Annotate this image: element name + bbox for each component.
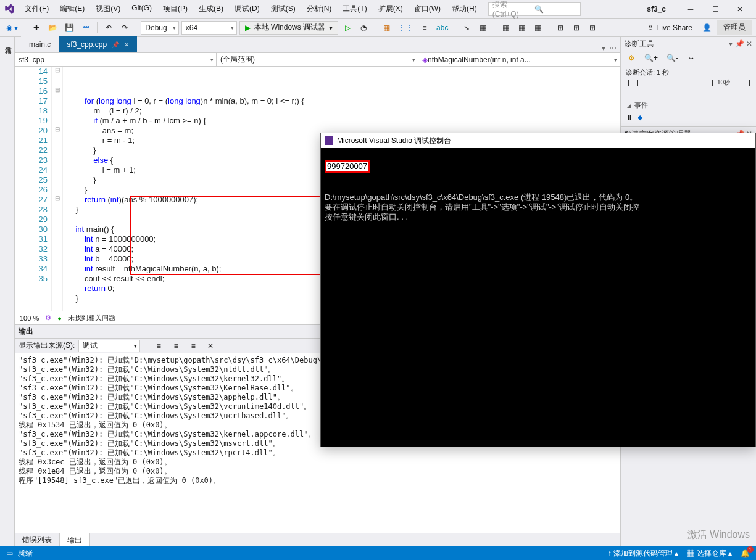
out-btn-2[interactable]: ≡	[169, 339, 183, 353]
menu-item[interactable]: 帮助(H)	[447, 1, 482, 17]
pause-icon: ⏸	[626, 113, 633, 121]
nav-scope[interactable]: sf3_cpp	[15, 53, 217, 66]
notifications-button[interactable]: 🔔1	[741, 549, 750, 558]
tb-icon-9[interactable]: ▦	[515, 21, 528, 35]
menu-item[interactable]: 扩展(X)	[373, 1, 408, 17]
menu-item[interactable]: 窗口(W)	[409, 1, 446, 17]
tb-icon-5[interactable]: abc	[434, 21, 451, 35]
vs-logo-icon	[4, 4, 15, 15]
console-title-bar[interactable]: Microsoft Visual Studio 调试控制台	[321, 133, 755, 148]
admin-badge: 管理员	[717, 20, 752, 35]
doc-tabs: main.c sf3_cpp.cpp 📌 ✕ ▾ ⋯	[15, 37, 620, 53]
diag-title: 诊断工具	[625, 39, 654, 49]
tb-icon-3[interactable]: ⋮⋮	[396, 21, 415, 35]
save-button[interactable]: 💾	[62, 21, 77, 35]
search-placeholder: 搜索 (Ctrl+Q)	[492, 0, 534, 19]
diag-btn-3[interactable]: 🔍-	[664, 51, 681, 65]
config-combo[interactable]: Debug	[141, 21, 178, 35]
search-box[interactable]: 搜索 (Ctrl+Q) 🔍	[488, 2, 581, 16]
live-share-button[interactable]: ⇪ Live Share	[642, 23, 697, 32]
tb-icon-2[interactable]: ▦	[380, 21, 393, 35]
tb-icon-10[interactable]: ▦	[531, 21, 544, 35]
search-icon: 🔍	[534, 5, 576, 14]
start-debug-button[interactable]: ▶ 本地 Windows 调试器 ▾	[239, 21, 338, 35]
menu-item[interactable]: 编辑(E)	[55, 1, 89, 17]
toolbox-side-tab[interactable]: 工具箱	[0, 37, 15, 546]
out-clear-button[interactable]: ✕	[204, 339, 217, 353]
zoom-level[interactable]: 100 %	[20, 315, 39, 322]
tb-icon-6[interactable]: ↘	[460, 21, 473, 35]
diagnostic-pane: 诊断工具 ▾ 📌 ✕ ⚙ 🔍+ 🔍- ↔ 诊断会话: 1 秒 10秒	[621, 37, 756, 127]
menu-item[interactable]: 生成(B)	[194, 1, 228, 17]
start-no-debug-button[interactable]: ▷	[341, 21, 354, 35]
close-tab-icon[interactable]: ✕	[124, 41, 129, 48]
tab-sf3-cpp[interactable]: sf3_cpp.cpp 📌 ✕	[59, 36, 137, 52]
menu-item[interactable]: 分析(N)	[302, 1, 337, 17]
live-share-icon: ⇪	[647, 23, 654, 32]
console-app-icon	[325, 136, 333, 145]
diamond-icon: ◆	[638, 113, 642, 121]
maximize-button[interactable]: ☐	[703, 1, 728, 17]
nav-context[interactable]: (全局范围)	[217, 53, 418, 66]
console-body: 999720007 D:\mysetup\gopath\src\dsy\sf3_…	[321, 148, 755, 224]
main-menu: 文件(F)编辑(E)视图(V)Git(G)项目(P)生成(B)调试(D)测试(S…	[20, 1, 482, 17]
tab-more-icon[interactable]: ⋯	[609, 44, 617, 52]
menu-item[interactable]: 测试(S)	[266, 1, 301, 17]
tab-main-c[interactable]: main.c	[21, 36, 59, 52]
menu-item[interactable]: 项目(P)	[158, 1, 193, 17]
new-item-button[interactable]: ✚	[30, 21, 43, 35]
menu-item[interactable]: 调试(D)	[230, 1, 265, 17]
tb-icon-8[interactable]: ▦	[499, 21, 512, 35]
status-bar: ▭ 就绪 ↑ 添加到源代码管理 ▴ ▦ 选择仓库 ▴ 🔔1	[0, 546, 756, 560]
main-toolbar: ◉ ▾ ✚ 📂 💾 🗃 ↶ ↷ Debug x64 ▶ 本地 Windows 调…	[0, 19, 756, 37]
tab-error-list[interactable]: 错误列表	[15, 533, 59, 547]
status-ready: 就绪	[18, 548, 33, 559]
title-bar: 文件(F)编辑(E)视图(V)Git(G)项目(P)生成(B)调试(D)测试(S…	[0, 0, 756, 19]
minimize-button[interactable]: ─	[678, 1, 703, 17]
nav-back-button[interactable]: ◉ ▾	[4, 21, 20, 35]
console-output-highlight: 999720007	[325, 160, 370, 173]
issues-text: 未找到相关问题	[68, 313, 115, 323]
tab-dropdown-icon[interactable]: ▾	[602, 44, 605, 52]
redo-button[interactable]: ↷	[118, 21, 131, 35]
annotation-box-main	[130, 196, 337, 275]
tb-icon-12[interactable]: ⊞	[570, 21, 583, 35]
menu-item[interactable]: 视图(V)	[91, 1, 125, 17]
output-source-label: 显示输出来源(S):	[19, 340, 75, 351]
output-source-combo[interactable]: 调试	[78, 340, 140, 352]
tab-output[interactable]: 输出	[59, 533, 90, 548]
health-icon[interactable]: ⚙	[45, 314, 51, 322]
status-icon: ▭	[6, 549, 13, 558]
solution-name: sf3_c	[641, 5, 672, 14]
menu-item[interactable]: 工具(T)	[338, 1, 372, 17]
status-repo[interactable]: ▦ 选择仓库 ▴	[687, 548, 732, 559]
diag-btn-4[interactable]: ↔	[684, 51, 698, 65]
tb-icon-7[interactable]: ▦	[476, 21, 489, 35]
tb-icon-1[interactable]: ◔	[357, 21, 370, 35]
pin-icon[interactable]: 📌	[112, 41, 119, 48]
nav-member[interactable]: ◈ nthMagicalNumber(int n, int a...	[418, 53, 620, 66]
menu-item[interactable]: 文件(F)	[20, 1, 54, 17]
status-src-control[interactable]: ↑ 添加到源代码管理 ▴	[608, 548, 679, 559]
debug-console-window[interactable]: Microsoft Visual Studio 调试控制台 999720007 …	[320, 133, 756, 447]
close-button[interactable]: ✕	[728, 1, 752, 17]
diag-btn-2[interactable]: 🔍+	[642, 51, 660, 65]
account-icon[interactable]: 👤	[700, 21, 714, 35]
undo-button[interactable]: ↶	[102, 21, 115, 35]
tb-icon-11[interactable]: ⊞	[554, 21, 567, 35]
menu-item[interactable]: Git(G)	[127, 1, 157, 17]
save-all-button[interactable]: 🗃	[79, 21, 93, 35]
no-issues-icon: ●	[57, 315, 62, 322]
out-btn-3[interactable]: ≡	[186, 339, 200, 353]
out-btn-1[interactable]: ≡	[152, 339, 165, 353]
bottom-tabs: 错误列表 输出	[15, 533, 620, 546]
play-icon: ▶	[245, 23, 251, 32]
nav-bar: sf3_cpp (全局范围) ◈ nthMagicalNumber(int n,…	[15, 53, 620, 67]
tb-icon-4[interactable]: ≡	[418, 21, 431, 35]
diag-timeline: 10秒	[626, 80, 751, 97]
diag-events-header[interactable]: ◢ 事件	[626, 99, 751, 111]
diag-btn-1[interactable]: ⚙	[625, 51, 638, 65]
platform-combo[interactable]: x64	[181, 21, 237, 35]
tb-icon-13[interactable]: ⊞	[586, 21, 599, 35]
open-button[interactable]: 📂	[46, 21, 60, 35]
